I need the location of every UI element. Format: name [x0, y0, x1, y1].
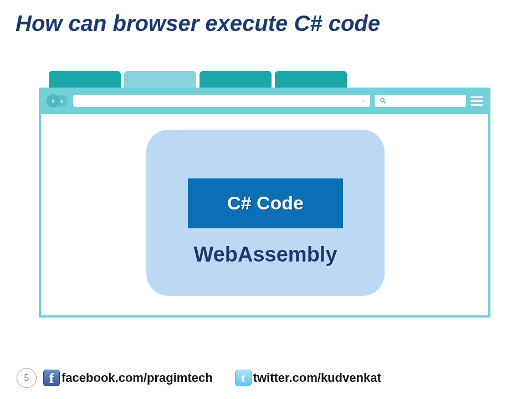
browser-toolbar: ‹ › → 🔍︎: [41, 90, 488, 114]
slide-title: How can browser execute C# code: [16, 11, 380, 36]
webassembly-box: C# Code WebAssembly: [146, 130, 385, 296]
twitter-text: twitter.com/kudvenkat: [253, 371, 381, 385]
facebook-text: facebook.com/pragimtech: [62, 371, 213, 385]
twitter-icon: t: [235, 370, 252, 386]
browser-illustration: ‹ › → 🔍︎ C# Code WebAssembly: [39, 71, 490, 318]
browser-tab: [275, 71, 347, 88]
nav-buttons: ‹ ›: [47, 94, 69, 108]
twitter-link: t twitter.com/kudvenkat: [219, 370, 381, 386]
back-icon: ‹: [47, 94, 60, 108]
browser-body: ‹ › → 🔍︎ C# Code WebAssembly: [39, 88, 490, 318]
browser-tab: [124, 71, 196, 88]
webassembly-label: WebAssembly: [193, 243, 337, 267]
search-bar: 🔍︎: [375, 95, 466, 107]
csharp-label: C# Code: [227, 192, 304, 214]
slide-footer: 5 f facebook.com/pragimtech t twitter.co…: [0, 368, 532, 388]
go-arrow-icon: →: [358, 96, 366, 105]
facebook-link: f facebook.com/pragimtech: [43, 370, 213, 386]
facebook-icon: f: [43, 370, 60, 386]
browser-tab: [49, 71, 121, 88]
hamburger-icon: [470, 95, 483, 107]
browser-tabs: [39, 71, 490, 88]
browser-tab: [200, 71, 272, 88]
browser-viewport: C# Code WebAssembly: [41, 114, 488, 315]
search-icon: 🔍︎: [379, 96, 387, 105]
address-bar: →: [73, 95, 370, 107]
csharp-box: C# Code: [188, 178, 343, 228]
page-number: 5: [17, 368, 37, 388]
